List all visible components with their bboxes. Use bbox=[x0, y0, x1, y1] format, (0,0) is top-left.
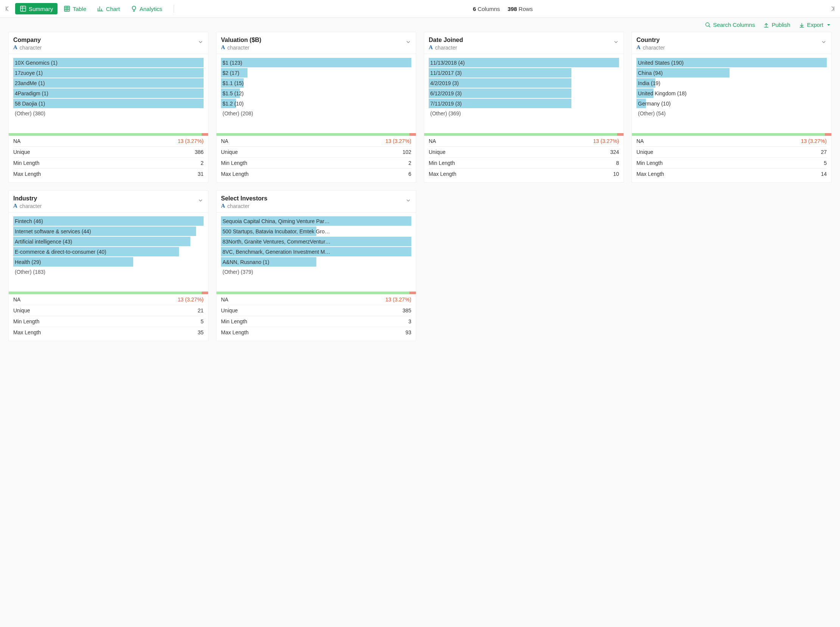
bar-label: $1.1 (15) bbox=[221, 80, 411, 86]
value-bar-row[interactable]: 500 Startups, Batavia Incubator, Emtek G… bbox=[221, 227, 411, 236]
chevron-down-icon[interactable] bbox=[613, 37, 619, 46]
bar-label: Health (29) bbox=[13, 259, 204, 265]
na-proportion-bar bbox=[9, 291, 208, 294]
stat-label: Unique bbox=[221, 149, 238, 155]
value-bar-row[interactable]: 17zuoye (1) bbox=[13, 68, 204, 77]
stat-label: NA bbox=[429, 138, 436, 144]
value-bar-row[interactable]: Sequoia Capital China, Qiming Venture Pa… bbox=[221, 216, 411, 226]
stat-row-na: NA13 (3.27%) bbox=[429, 136, 619, 147]
value-bar-row[interactable]: United States (190) bbox=[636, 58, 827, 67]
top-toolbar: Summary Table Chart Analytics 6 Columns … bbox=[0, 0, 840, 18]
stat-row-min: Min Length5 bbox=[636, 158, 827, 169]
tab-analytics[interactable]: Analytics bbox=[126, 3, 167, 14]
value-bars: 11/13/2018 (4)11/1/2017 (3)4/2/2019 (3)6… bbox=[424, 54, 624, 118]
na-proportion-bar bbox=[216, 291, 416, 294]
actions-bar: Search Columns Publish Export bbox=[0, 18, 840, 32]
chevron-down-icon[interactable] bbox=[405, 195, 411, 205]
value-bar-row[interactable]: 8VC, Benchmark, Generation Investment M… bbox=[221, 247, 411, 257]
character-type-icon: A bbox=[221, 44, 225, 51]
value-bar-row[interactable]: Health (29) bbox=[13, 257, 204, 266]
stat-label: Max Length bbox=[221, 171, 249, 177]
value-bar-row[interactable]: 11/13/2018 (4) bbox=[429, 58, 619, 67]
type-label: character bbox=[435, 45, 457, 51]
stat-row-na: NA13 (3.27%) bbox=[221, 136, 411, 147]
tab-summary[interactable]: Summary bbox=[15, 3, 57, 14]
value-bars: 10X Genomics (1)17zuoye (1)23andMe (1)4P… bbox=[9, 54, 208, 118]
bar-label: $1.2 (10) bbox=[221, 101, 411, 107]
stat-label: NA bbox=[13, 296, 21, 302]
value-bar-row[interactable]: China (94) bbox=[636, 68, 827, 77]
value-bar-row[interactable]: United Kingdom (18) bbox=[636, 88, 827, 98]
svg-rect-0 bbox=[21, 6, 26, 11]
character-type-icon: A bbox=[429, 44, 433, 51]
value-bar-row[interactable]: Internet software & services (44) bbox=[13, 227, 204, 236]
column-title: Industry bbox=[13, 195, 42, 202]
value-bar-row[interactable]: $1.2 (10) bbox=[221, 99, 411, 108]
stat-label: Min Length bbox=[636, 160, 663, 166]
stat-value: 13 (3.27%) bbox=[385, 296, 411, 302]
search-columns-action[interactable]: Search Columns bbox=[705, 22, 755, 28]
stat-row-min: Min Length2 bbox=[221, 158, 411, 169]
value-bar-row[interactable]: $1.1 (15) bbox=[221, 78, 411, 88]
character-type-icon: A bbox=[221, 203, 225, 209]
stat-value: 102 bbox=[403, 149, 411, 155]
nav-back-icon[interactable] bbox=[5, 4, 14, 13]
stat-value: 14 bbox=[821, 171, 827, 177]
bar-label: 83North, Granite Ventures, CommerzVentur… bbox=[221, 239, 411, 245]
stat-row-unique: Unique386 bbox=[13, 147, 204, 158]
separator bbox=[174, 5, 174, 13]
stat-row-max: Max Length93 bbox=[221, 327, 411, 338]
other-row: (Other) (379) bbox=[221, 267, 411, 275]
character-type-icon: A bbox=[636, 44, 641, 51]
value-bar-row[interactable]: 4/2/2019 (3) bbox=[429, 78, 619, 88]
value-bar-row[interactable]: Germany (10) bbox=[636, 99, 827, 108]
value-bar-row[interactable]: E-commerce & direct-to-consumer (40) bbox=[13, 247, 204, 257]
value-bar-row[interactable]: 11/1/2017 (3) bbox=[429, 68, 619, 77]
value-bar-row[interactable]: Artificial intelligence (43) bbox=[13, 237, 204, 246]
value-bar-row[interactable]: Fintech (46) bbox=[13, 216, 204, 226]
column-title: Country bbox=[636, 37, 665, 44]
tab-label: Table bbox=[73, 6, 86, 12]
column-summary-card: Date Joined A character 11/13/2018 (4)11… bbox=[424, 32, 624, 183]
tab-table[interactable]: Table bbox=[59, 3, 91, 14]
column-stats: NA13 (3.27%)Unique27Min Length5Max Lengt… bbox=[632, 136, 831, 179]
bar-label: 10X Genomics (1) bbox=[13, 60, 204, 66]
value-bar-row[interactable]: $1.5 (12) bbox=[221, 88, 411, 98]
tab-label: Analytics bbox=[140, 6, 162, 12]
stat-row-unique: Unique21 bbox=[13, 305, 204, 316]
value-bar-row[interactable]: 4Paradigm (1) bbox=[13, 88, 204, 98]
stat-label: Max Length bbox=[429, 171, 456, 177]
bar-label: 17zuoye (1) bbox=[13, 70, 204, 76]
bar-label: Germany (10) bbox=[636, 101, 827, 107]
nav-forward-icon[interactable] bbox=[826, 4, 835, 13]
stat-row-na: NA13 (3.27%) bbox=[13, 136, 204, 147]
bar-label: Internet software & services (44) bbox=[13, 228, 204, 235]
stat-row-min: Min Length3 bbox=[221, 316, 411, 327]
column-stats: NA13 (3.27%)Unique385Min Length3Max Leng… bbox=[216, 294, 416, 338]
chevron-down-icon[interactable] bbox=[821, 37, 827, 46]
chevron-down-icon[interactable] bbox=[405, 37, 411, 46]
summary-grid: Company A character 10X Genomics (1)17zu… bbox=[0, 32, 840, 350]
value-bar-row[interactable]: India (19) bbox=[636, 78, 827, 88]
value-bar-row[interactable]: 23andMe (1) bbox=[13, 78, 204, 88]
chevron-down-icon[interactable] bbox=[197, 195, 204, 205]
value-bar-row[interactable]: $1 (123) bbox=[221, 58, 411, 67]
stat-label: Unique bbox=[13, 149, 30, 155]
value-bar-row[interactable]: 58 Daojia (1) bbox=[13, 99, 204, 108]
value-bar-row[interactable]: A&NN, Rusnano (1) bbox=[221, 257, 411, 266]
stat-value: 324 bbox=[610, 149, 619, 155]
tab-chart[interactable]: Chart bbox=[92, 3, 125, 14]
value-bar-row[interactable]: 83North, Granite Ventures, CommerzVentur… bbox=[221, 237, 411, 246]
character-type-icon: A bbox=[13, 203, 17, 209]
chevron-down-icon[interactable] bbox=[197, 37, 204, 46]
stat-row-max: Max Length10 bbox=[429, 169, 619, 179]
value-bar-row[interactable]: 7/11/2019 (3) bbox=[429, 99, 619, 108]
export-action[interactable]: Export bbox=[799, 22, 832, 28]
stat-value: 2 bbox=[201, 160, 204, 166]
value-bar-row[interactable]: $2 (17) bbox=[221, 68, 411, 77]
value-bar-row[interactable]: 10X Genomics (1) bbox=[13, 58, 204, 67]
stat-row-min: Min Length2 bbox=[13, 158, 204, 169]
value-bar-row[interactable]: 6/12/2019 (3) bbox=[429, 88, 619, 98]
publish-action[interactable]: Publish bbox=[763, 22, 790, 28]
stat-value: 6 bbox=[408, 171, 411, 177]
